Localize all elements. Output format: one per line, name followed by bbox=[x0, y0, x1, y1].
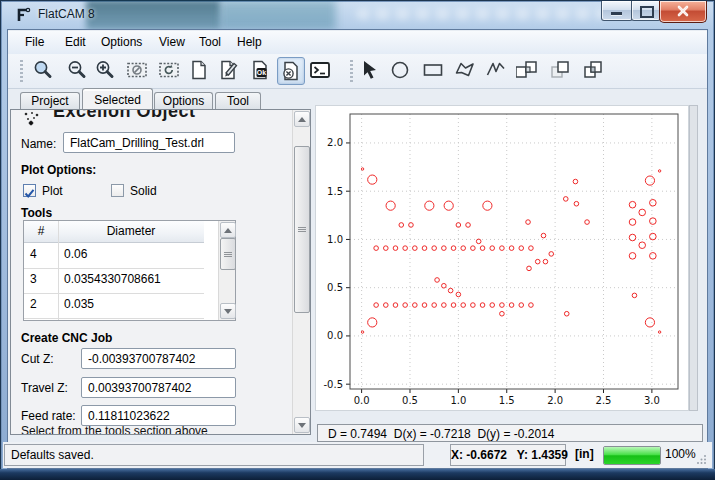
tool-diameter: 0.035 bbox=[64, 297, 94, 311]
table-divider bbox=[58, 293, 59, 318]
draw-path-icon bbox=[484, 58, 508, 82]
tools-col-num[interactable]: # bbox=[24, 221, 58, 243]
cnc-job-label: Create CNC Job bbox=[21, 331, 112, 345]
zoom-in-button[interactable] bbox=[92, 57, 118, 83]
distance-readout: D = 0.7494 D(x) = -0.7218 D(y) = -0.2014 bbox=[317, 424, 703, 442]
intersect-button[interactable] bbox=[580, 57, 606, 83]
plot-svg: 0.00.51.01.52.02.53.0-0.50.00.51.01.52.0 bbox=[316, 106, 688, 410]
select-arrow-button[interactable] bbox=[357, 57, 383, 83]
subtract-button[interactable] bbox=[547, 57, 573, 83]
tab-project[interactable]: Project bbox=[20, 92, 80, 109]
toolbar-grip[interactable] bbox=[20, 60, 23, 82]
replot-button[interactable] bbox=[156, 57, 182, 83]
draw-rectangle-button[interactable] bbox=[420, 57, 446, 83]
clear-plot-button[interactable] bbox=[124, 57, 150, 83]
svg-text:2.0: 2.0 bbox=[327, 137, 343, 148]
ok-file-icon: Ok bbox=[248, 58, 272, 82]
draw-circle-icon bbox=[388, 58, 412, 82]
aero-glass-artifact bbox=[356, 8, 606, 20]
draw-rectangle-icon bbox=[421, 58, 445, 82]
close-button[interactable] bbox=[659, 1, 707, 23]
tools-table-scrollbar[interactable] bbox=[218, 221, 235, 320]
zoom-out-button[interactable] bbox=[64, 57, 90, 83]
subtract-icon bbox=[548, 58, 572, 82]
panel-title: Excellon Object bbox=[53, 109, 196, 122]
check-icon bbox=[24, 188, 35, 199]
tool-row-2[interactable]: 20.035 bbox=[24, 293, 204, 319]
field-input-travelz[interactable] bbox=[81, 377, 236, 398]
draw-circle-button[interactable] bbox=[387, 57, 413, 83]
zoom-fit-button[interactable] bbox=[30, 57, 56, 83]
shell-button[interactable] bbox=[307, 57, 333, 83]
scroll-up-arrow[interactable] bbox=[294, 111, 310, 127]
menu-options[interactable]: Options bbox=[101, 35, 142, 49]
zoom-out-icon bbox=[65, 58, 89, 82]
draw-polygon-button[interactable] bbox=[452, 57, 478, 83]
menu-view[interactable]: View bbox=[159, 35, 185, 49]
union-button[interactable] bbox=[515, 57, 541, 83]
tool-number: 4 bbox=[30, 247, 52, 261]
menu-edit[interactable]: Edit bbox=[65, 35, 86, 49]
checkbox-plot[interactable] bbox=[23, 184, 36, 197]
toolbar-grip[interactable] bbox=[350, 60, 353, 82]
scrollbar-thumb[interactable] bbox=[220, 238, 236, 270]
mouse-coords: X: -0.6672 Y: 1.4359 bbox=[450, 444, 566, 466]
tool-row-3[interactable]: 30.0354330708661 bbox=[24, 268, 204, 294]
plot-canvas[interactable]: 0.00.51.01.52.02.53.0-0.50.00.51.01.52.0 bbox=[315, 105, 689, 411]
tab-options[interactable]: Options bbox=[154, 92, 213, 109]
svg-text:2.5: 2.5 bbox=[596, 395, 612, 406]
close-icon bbox=[677, 5, 689, 17]
field-input-feedrate[interactable] bbox=[81, 405, 236, 426]
field-label-travelz: Travel Z: bbox=[21, 381, 68, 395]
app-window: FlatCAM 8 FileEditOptionsViewToolHelp Ok… bbox=[0, 0, 715, 480]
panel-scrollbar[interactable] bbox=[292, 110, 310, 434]
tools-col-diameter[interactable]: Diameter bbox=[58, 221, 204, 243]
tools-table: # Diameter 40.0630.035433070866120.035 bbox=[23, 220, 236, 321]
minimize-button[interactable] bbox=[601, 1, 633, 21]
cancel-edit-button[interactable] bbox=[277, 57, 305, 85]
status-bar: Defaults saved. X: -0.6672 Y: 1.4359 [in… bbox=[3, 442, 712, 468]
progress-fill bbox=[604, 447, 660, 464]
tool-row-4[interactable]: 40.06 bbox=[24, 243, 204, 269]
draw-path-button[interactable] bbox=[483, 57, 509, 83]
tools-label: Tools bbox=[21, 206, 52, 220]
edit-file-button[interactable] bbox=[216, 57, 242, 83]
scroll-down-arrow[interactable] bbox=[220, 303, 236, 319]
progress-percent: 100% bbox=[665, 447, 696, 461]
tab-tool[interactable]: Tool bbox=[215, 92, 261, 109]
svg-text:0.5: 0.5 bbox=[402, 395, 418, 406]
svg-text:1.0: 1.0 bbox=[450, 395, 466, 406]
field-input-cutz[interactable] bbox=[81, 348, 236, 369]
maximize-icon bbox=[640, 6, 654, 18]
checkbox-solid[interactable] bbox=[111, 184, 124, 197]
menu-help[interactable]: Help bbox=[237, 35, 262, 49]
tab-selected[interactable]: Selected bbox=[82, 88, 153, 109]
title-bar[interactable]: FlatCAM 8 bbox=[0, 0, 715, 30]
checkbox-label-plot: Plot bbox=[42, 184, 63, 198]
edit-file-icon bbox=[217, 58, 241, 82]
scroll-down-arrow[interactable] bbox=[294, 417, 310, 433]
tool-diameter: 0.0354330708661 bbox=[64, 272, 161, 286]
progress-bar bbox=[603, 446, 661, 465]
menu-tool[interactable]: Tool bbox=[199, 35, 221, 49]
excellon-drill-icon bbox=[23, 111, 41, 127]
select-arrow-icon bbox=[358, 58, 382, 82]
tool-diameter: 0.06 bbox=[64, 247, 87, 261]
aero-glass-artifact bbox=[86, 0, 220, 30]
menu-file[interactable]: File bbox=[25, 35, 44, 49]
units-label: [in] bbox=[575, 447, 594, 461]
table-divider bbox=[58, 243, 59, 268]
svg-text:0.0: 0.0 bbox=[354, 395, 370, 406]
scroll-up-arrow[interactable] bbox=[220, 222, 236, 238]
ok-file-button[interactable]: Ok bbox=[247, 57, 273, 83]
flatcam-logo-icon bbox=[14, 6, 32, 24]
scrollbar-thumb[interactable] bbox=[294, 146, 310, 313]
maximize-button[interactable] bbox=[631, 1, 661, 21]
window-bottom-border bbox=[0, 469, 715, 480]
resize-grip[interactable] bbox=[697, 454, 707, 464]
new-file-button[interactable] bbox=[186, 57, 212, 83]
clear-plot-icon bbox=[125, 58, 149, 82]
plot-scroll-strip[interactable] bbox=[689, 105, 698, 411]
zoom-in-icon bbox=[93, 58, 117, 82]
name-input[interactable] bbox=[63, 132, 235, 153]
